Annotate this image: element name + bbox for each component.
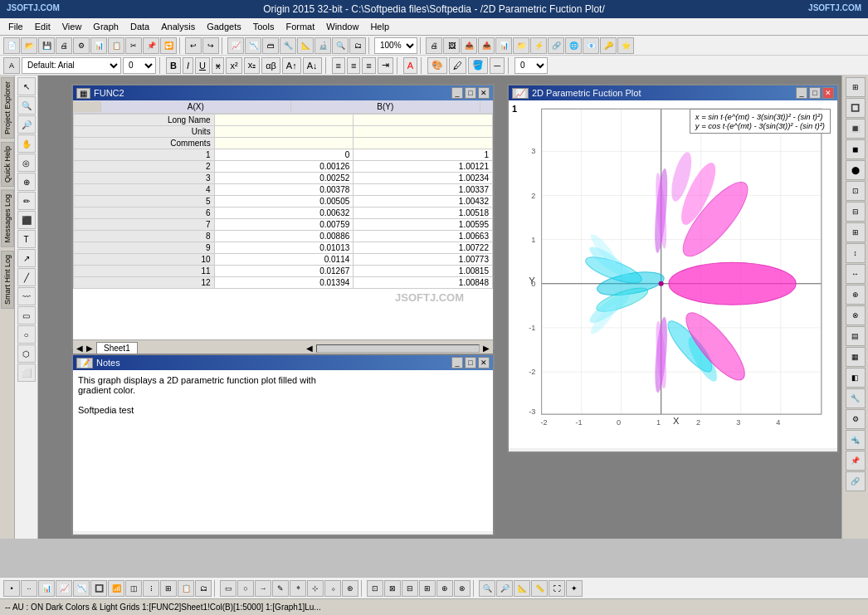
align-left-btn[interactable]: ≡ bbox=[332, 57, 345, 74]
table-row[interactable]: 7 0.00759 1.00595 bbox=[74, 219, 493, 231]
menu-format[interactable]: Format bbox=[280, 20, 319, 33]
line-style-btn[interactable]: ─ bbox=[490, 57, 505, 74]
bg-color-btn[interactable]: 🎨 bbox=[427, 57, 447, 74]
bt-btn2[interactable]: ·· bbox=[21, 580, 37, 597]
table-row[interactable]: 2 0.00126 1.00121 bbox=[74, 161, 493, 173]
tb1-7[interactable]: 📋 bbox=[108, 37, 124, 54]
zoom-in-tool[interactable]: 🔍 bbox=[17, 96, 36, 115]
menu-analysis[interactable]: Analysis bbox=[156, 20, 200, 33]
table-row[interactable]: 11 0.01267 1.00815 bbox=[74, 266, 493, 277]
table-row[interactable]: 12 0.01394 1.00848 bbox=[74, 277, 493, 289]
bt-btn11[interactable]: 📋 bbox=[178, 580, 194, 597]
tb1-17[interactable]: 📐 bbox=[297, 37, 314, 54]
mask-tool[interactable]: ⬛ bbox=[17, 211, 36, 229]
bt-btn10[interactable]: ⊞ bbox=[160, 580, 177, 597]
grid-nav-prev[interactable]: ◀ bbox=[76, 344, 83, 353]
region-tool[interactable]: ⬜ bbox=[17, 364, 36, 382]
table-row[interactable]: 5 0.00505 1.00432 bbox=[74, 196, 493, 207]
bt-btn15[interactable]: → bbox=[255, 580, 271, 597]
tb1-10[interactable]: 🔁 bbox=[160, 37, 177, 54]
func2-maximize[interactable]: □ bbox=[465, 87, 476, 99]
bt-btn14[interactable]: ○ bbox=[237, 580, 254, 597]
bold-btn[interactable]: B bbox=[166, 57, 181, 74]
menu-gadgets[interactable]: Gadgets bbox=[202, 20, 246, 33]
col-b-header[interactable]: B(Y) bbox=[291, 101, 481, 112]
hscroll-left[interactable]: ◀ bbox=[306, 344, 313, 353]
tb1-31[interactable]: 🔑 bbox=[600, 37, 617, 54]
tb1-14[interactable]: 📉 bbox=[245, 37, 261, 54]
quick-help-tab[interactable]: Quick Help bbox=[1, 142, 14, 187]
rp-btn5[interactable]: ⬤ bbox=[846, 160, 866, 180]
pointer-tool[interactable]: ↖ bbox=[17, 77, 36, 95]
table-row[interactable]: 1 0 1 bbox=[74, 149, 493, 161]
tb1-12[interactable]: ↪ bbox=[202, 37, 219, 54]
tb1-23[interactable]: 📤 bbox=[461, 37, 477, 54]
fmt-small[interactable]: A bbox=[3, 57, 20, 74]
menu-help[interactable]: Help bbox=[365, 20, 394, 33]
font-size-dropdown[interactable]: 0 8 10 12 bbox=[123, 57, 156, 74]
bt-btn6[interactable]: 🔲 bbox=[90, 580, 107, 597]
tb1-24[interactable]: 📥 bbox=[478, 37, 495, 54]
menu-graph[interactable]: Graph bbox=[88, 20, 124, 33]
polygon-tool[interactable]: ⬡ bbox=[17, 344, 36, 363]
rp-btn8[interactable]: ⊞ bbox=[846, 222, 866, 242]
bt-btn9[interactable]: ⫶ bbox=[143, 580, 159, 597]
tb1-25[interactable]: 📊 bbox=[495, 37, 512, 54]
tb1-29[interactable]: 🌐 bbox=[565, 37, 582, 54]
bt-btn31[interactable]: ⛶ bbox=[549, 580, 565, 597]
menu-data[interactable]: Data bbox=[125, 20, 154, 33]
line-color-btn[interactable]: 🖊 bbox=[449, 57, 466, 74]
bt-btn29[interactable]: 📐 bbox=[514, 580, 530, 597]
tb1-32[interactable]: ⭐ bbox=[617, 37, 634, 54]
table-row[interactable]: 10 0.0114 1.00773 bbox=[74, 254, 493, 266]
notes-text[interactable]: This graph displays a 2D parametric func… bbox=[73, 370, 493, 531]
bt-btn23[interactable]: ⊟ bbox=[402, 580, 418, 597]
data-reader-tool[interactable]: ◎ bbox=[17, 154, 36, 172]
rp-btn1[interactable]: ⊞ bbox=[846, 77, 866, 97]
bt-btn3[interactable]: 📊 bbox=[38, 580, 55, 597]
superscript-btn[interactable]: x² bbox=[226, 57, 241, 74]
bt-btn12[interactable]: 🗂 bbox=[195, 580, 212, 597]
rp-btn3[interactable]: 🔳 bbox=[846, 119, 866, 139]
bt-btn22[interactable]: ⊠ bbox=[384, 580, 401, 597]
special-chars-btn[interactable]: αβ bbox=[261, 57, 280, 74]
rp-btn15[interactable]: ◧ bbox=[846, 368, 866, 388]
print-btn[interactable]: 🖨 bbox=[56, 37, 72, 54]
bt-btn7[interactable]: 📶 bbox=[108, 580, 124, 597]
rp-btn9[interactable]: ↕ bbox=[846, 243, 866, 263]
menu-edit[interactable]: Edit bbox=[30, 20, 56, 33]
align-center-btn[interactable]: ≡ bbox=[347, 57, 360, 74]
bt-btn25[interactable]: ⊕ bbox=[436, 580, 453, 597]
plot-maximize[interactable]: □ bbox=[809, 87, 821, 99]
hscroll-right[interactable]: ▶ bbox=[483, 344, 490, 353]
rp-btn4[interactable]: ◼ bbox=[846, 139, 866, 159]
bt-btn30[interactable]: 📏 bbox=[531, 580, 548, 597]
table-row[interactable]: 8 0.00886 1.00663 bbox=[74, 231, 493, 242]
bt-btn26[interactable]: ⊗ bbox=[454, 580, 471, 597]
bt-btn18[interactable]: ⊹ bbox=[307, 580, 324, 597]
bt-btn21[interactable]: ⊡ bbox=[367, 580, 383, 597]
tb1-18[interactable]: 🔬 bbox=[315, 37, 331, 54]
save-btn[interactable]: 💾 bbox=[38, 37, 55, 54]
menu-window[interactable]: Window bbox=[321, 20, 363, 33]
bt-btn32[interactable]: ✦ bbox=[566, 580, 583, 597]
notes-minimize[interactable]: _ bbox=[451, 357, 463, 369]
bt-btn8[interactable]: ◫ bbox=[125, 580, 142, 597]
tb1-22[interactable]: 🖼 bbox=[443, 37, 460, 54]
line-tool[interactable]: ╱ bbox=[17, 268, 36, 286]
bt-btn4[interactable]: 📈 bbox=[56, 580, 72, 597]
font-color-btn[interactable]: A bbox=[403, 57, 417, 74]
tb1-20[interactable]: 🗂 bbox=[349, 37, 366, 54]
tb1-15[interactable]: 🗃 bbox=[262, 37, 279, 54]
plot-close[interactable]: ✕ bbox=[822, 87, 834, 99]
notes-close[interactable]: ✕ bbox=[478, 357, 490, 369]
tb1-6[interactable]: 📊 bbox=[90, 37, 107, 54]
subscript-btn[interactable]: x₂ bbox=[244, 57, 261, 74]
tb1-9[interactable]: 📌 bbox=[143, 37, 159, 54]
pan-tool[interactable]: ✋ bbox=[17, 134, 36, 153]
tb1-21[interactable]: 🖨 bbox=[426, 37, 442, 54]
project-explorer-tab[interactable]: Project Explorer bbox=[1, 77, 14, 139]
table-row[interactable]: 6 0.00632 1.00518 bbox=[74, 207, 493, 219]
menu-view[interactable]: View bbox=[57, 20, 87, 33]
rp-btn17[interactable]: ⚙ bbox=[846, 409, 866, 429]
